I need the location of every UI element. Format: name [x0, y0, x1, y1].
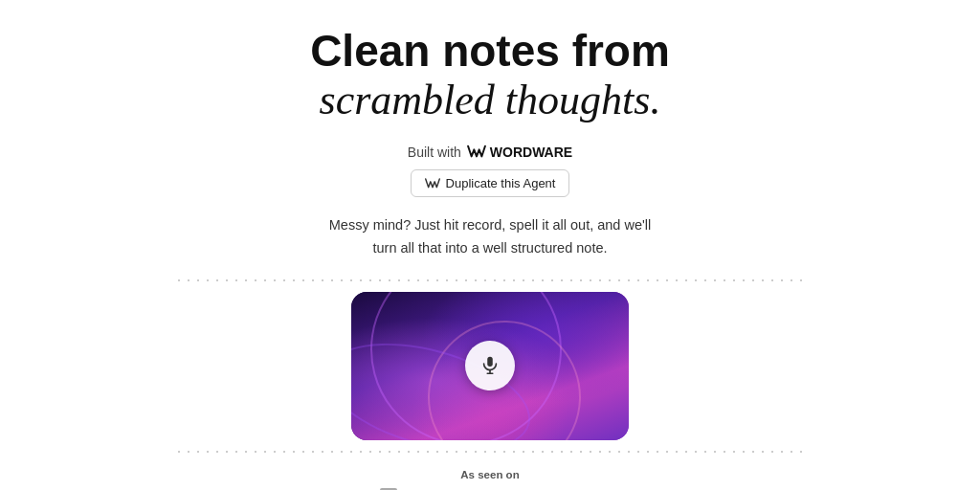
duplicate-btn-label: Duplicate this Agent — [446, 176, 556, 190]
built-with-section: Built with WORDWARE — [408, 145, 572, 160]
hero-description: Messy mind? Just hit record, spell it al… — [327, 214, 653, 258]
microphone-icon — [479, 355, 501, 376]
title-line1: Clean notes from — [310, 27, 670, 76]
wordware-name: WORDWARE — [490, 145, 572, 160]
media-section — [174, 277, 806, 456]
as-seen-on-section: As seen on Y Combinator 𝕏 Medium — [380, 469, 599, 490]
record-button[interactable] — [465, 341, 515, 390]
wordware-icon — [467, 145, 486, 160]
svg-rect-0 — [487, 357, 493, 367]
dots-top — [174, 277, 806, 284]
hero-title: Clean notes from scrambled thoughts. — [310, 27, 670, 125]
dots-bottom — [174, 448, 806, 456]
title-line2: scrambled thoughts. — [310, 76, 670, 126]
duplicate-agent-button[interactable]: Duplicate this Agent — [411, 169, 570, 197]
media-card — [351, 292, 629, 440]
wordware-logo: WORDWARE — [467, 145, 572, 160]
built-with-label: Built with — [408, 145, 461, 160]
as-seen-label: As seen on — [380, 469, 599, 480]
duplicate-wordware-icon — [425, 177, 440, 190]
